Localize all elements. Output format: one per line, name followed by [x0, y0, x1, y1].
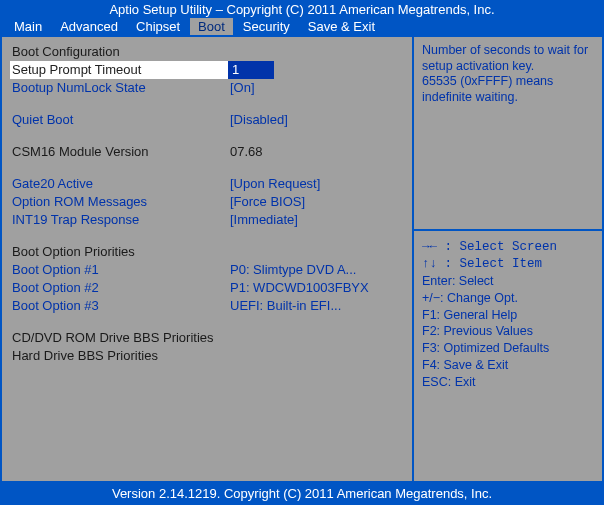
item-int19-trap[interactable]: INT19 Trap Response [Immediate] — [10, 211, 408, 229]
key-help: →← : Select Screen ↑↓ : Select Item Ente… — [414, 229, 602, 399]
item-value: P0: Slimtype DVD A... — [230, 261, 408, 279]
item-boot-option-2[interactable]: Boot Option #2 P1: WDCWD1003FBYX — [10, 279, 408, 297]
item-label: Boot Option #3 — [10, 297, 230, 315]
key-f1: F1: General Help — [422, 307, 594, 324]
item-label: Boot Option #1 — [10, 261, 230, 279]
tab-security[interactable]: Security — [235, 18, 298, 35]
item-boot-option-1[interactable]: Boot Option #1 P0: Slimtype DVD A... — [10, 261, 408, 279]
item-setup-prompt-timeout[interactable]: Setup Prompt Timeout 1 — [10, 61, 408, 79]
item-value: [Upon Request] — [230, 175, 408, 193]
item-bootup-numlock[interactable]: Bootup NumLock State [On] — [10, 79, 408, 97]
item-value: [Force BIOS] — [230, 193, 408, 211]
section-boot-priorities: Boot Option Priorities — [10, 243, 408, 261]
tab-chipset[interactable]: Chipset — [128, 18, 188, 35]
key-f3: F3: Optimized Defaults — [422, 340, 594, 357]
section-label: Boot Configuration — [10, 43, 230, 61]
item-cd-bbs-priorities[interactable]: CD/DVD ROM Drive BBS Priorities — [10, 329, 408, 347]
tab-advanced[interactable]: Advanced — [52, 18, 126, 35]
item-label: INT19 Trap Response — [10, 211, 230, 229]
section-boot-configuration: Boot Configuration — [10, 43, 408, 61]
item-value: P1: WDCWD1003FBYX — [230, 279, 408, 297]
item-gate20-active[interactable]: Gate20 Active [Upon Request] — [10, 175, 408, 193]
item-boot-option-3[interactable]: Boot Option #3 UEFI: Built-in EFI... — [10, 297, 408, 315]
item-label: Setup Prompt Timeout — [10, 61, 228, 79]
tab-boot[interactable]: Boot — [190, 18, 233, 35]
item-value: [On] — [230, 79, 408, 97]
item-option-rom-messages[interactable]: Option ROM Messages [Force BIOS] — [10, 193, 408, 211]
item-label: Quiet Boot — [10, 111, 230, 129]
key-select-screen: →← : Select Screen — [422, 239, 594, 256]
key-f2: F2: Previous Values — [422, 323, 594, 340]
item-csm16-version: CSM16 Module Version 07.68 — [10, 143, 408, 161]
item-label: CSM16 Module Version — [10, 143, 230, 161]
bios-window: Aptio Setup Utility – Copyright (C) 2011… — [0, 0, 604, 505]
title-text: Aptio Setup Utility – Copyright (C) 2011… — [109, 2, 494, 17]
help-text: Number of seconds to wait for setup acti… — [422, 43, 588, 104]
key-select-item: ↑↓ : Select Item — [422, 256, 594, 273]
footer-bar: Version 2.14.1219. Copyright (C) 2011 Am… — [0, 483, 604, 505]
item-label: Bootup NumLock State — [10, 79, 230, 97]
tab-save-exit[interactable]: Save & Exit — [300, 18, 383, 35]
settings-pane: Boot Configuration Setup Prompt Timeout … — [2, 37, 412, 481]
body-area: Boot Configuration Setup Prompt Timeout … — [0, 37, 604, 483]
key-esc: ESC: Exit — [422, 374, 594, 391]
menu-bar: Main Advanced Chipset Boot Security Save… — [0, 18, 604, 37]
item-value: [Immediate] — [230, 211, 408, 229]
item-label: CD/DVD ROM Drive BBS Priorities — [10, 329, 230, 347]
help-pane: Number of seconds to wait for setup acti… — [412, 37, 602, 481]
title-bar: Aptio Setup Utility – Copyright (C) 2011… — [0, 0, 604, 18]
item-label: Boot Option #2 — [10, 279, 230, 297]
item-quiet-boot[interactable]: Quiet Boot [Disabled] — [10, 111, 408, 129]
item-label: Option ROM Messages — [10, 193, 230, 211]
section-label: Boot Option Priorities — [10, 243, 230, 261]
key-change: +/−: Change Opt. — [422, 290, 594, 307]
item-label: Hard Drive BBS Priorities — [10, 347, 230, 365]
key-f4: F4: Save & Exit — [422, 357, 594, 374]
item-value-selected[interactable]: 1 — [228, 61, 274, 79]
tab-main[interactable]: Main — [6, 18, 50, 35]
footer-text: Version 2.14.1219. Copyright (C) 2011 Am… — [112, 486, 492, 501]
item-value: UEFI: Built-in EFI... — [230, 297, 408, 315]
item-value: 07.68 — [230, 143, 408, 161]
item-help-text: Number of seconds to wait for setup acti… — [414, 37, 602, 229]
item-value: [Disabled] — [230, 111, 408, 129]
item-label: Gate20 Active — [10, 175, 230, 193]
item-hd-bbs-priorities[interactable]: Hard Drive BBS Priorities — [10, 347, 408, 365]
key-enter: Enter: Select — [422, 273, 594, 290]
